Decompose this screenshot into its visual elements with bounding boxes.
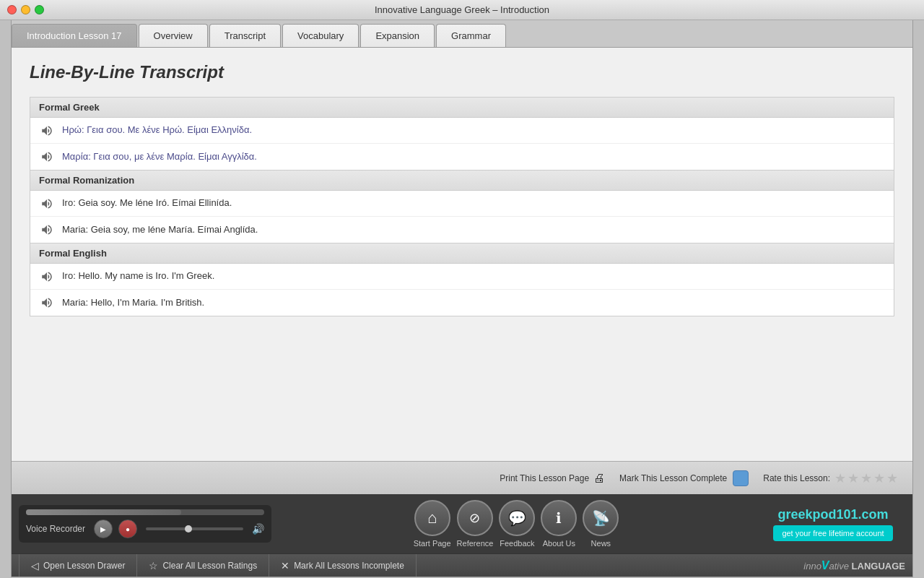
reference-label: Reference [457, 539, 494, 548]
star-icon: ☆ [149, 560, 158, 571]
close-button[interactable] [7, 5, 17, 14]
print-complete-section: Print This Lesson Page 🖨 Mark This Lesso… [500, 470, 898, 486]
feedback-button[interactable]: 💬 Feedback [499, 500, 535, 548]
table-row: Μαρία: Γεια σου, με λένε Μαρία. Είμαι Αγ… [30, 144, 894, 170]
section-header-english: Formal English [30, 243, 894, 264]
start-page-button[interactable]: ⌂ Start Page [414, 500, 451, 548]
recorder-progress-bar [26, 509, 264, 515]
bottom-bar: Print This Lesson Page 🖨 Mark This Lesso… [12, 461, 912, 494]
minimize-button[interactable] [21, 5, 30, 14]
star-2[interactable]: ★ [847, 470, 859, 486]
drawer-icon: ◁ [31, 560, 39, 571]
romanization-row-2: Maria: Geia soy, me léne María. Eímai An… [62, 223, 258, 236]
star-1[interactable]: ★ [834, 470, 846, 486]
section-formal-greek: Formal Greek Ηρώ: Γεια σου. Με λένε Ηρώ.… [30, 97, 894, 171]
news-label: News [591, 539, 611, 548]
reference-button[interactable]: ⊘ Reference [457, 500, 494, 548]
news-icon: 📡 [583, 500, 619, 536]
print-label: Print This Lesson Page [500, 473, 589, 483]
record-button[interactable]: ● [118, 519, 137, 538]
english-row-2: Maria: Hello, I'm Maria. I'm British. [62, 296, 204, 309]
section-formal-english: Formal English Iro: Hello. My name is Ir… [30, 243, 894, 316]
audio-button-1[interactable] [39, 124, 55, 137]
table-row: Maria: Hello, I'm Maria. I'm British. [30, 290, 894, 316]
mark-all-incomplete-button[interactable]: ✕ Mark All Lessons Incomplete [269, 554, 417, 577]
window-controls[interactable] [7, 5, 44, 14]
mark-complete-button[interactable]: Mark This Lesson Complete [619, 470, 749, 486]
feedback-label: Feedback [500, 539, 534, 548]
open-lesson-drawer-button[interactable]: ◁ Open Lesson Drawer [19, 554, 137, 577]
greek-row-2: Μαρία: Γεια σου, με λένε Μαρία. Είμαι Αγ… [62, 150, 257, 163]
tab-introduction-lesson[interactable]: Introduction Lesson 17 [12, 24, 137, 47]
tab-expansion[interactable]: Expansion [360, 24, 435, 47]
section-formal-romanization: Formal Romanization Iro: Geia soy. Me lé… [30, 171, 894, 243]
content-area: Line-By-Line Transcript Formal Greek Ηρώ… [12, 48, 912, 461]
recorder-label: Voice Recorder [26, 524, 85, 534]
tab-transcript[interactable]: Transcript [209, 24, 281, 47]
tab-grammar[interactable]: Grammar [436, 24, 506, 47]
section-header-formal-greek: Formal Greek [30, 98, 894, 118]
clear-ratings-button[interactable]: ☆ Clear All Lesson Ratings [137, 554, 269, 577]
star-4[interactable]: ★ [873, 470, 885, 486]
branding-section: greekpod101.com get your free lifetime a… [761, 507, 905, 541]
section-header-romanization: Formal Romanization [30, 171, 894, 191]
title-bar: Innovative Language Greek – Introduction [0, 0, 924, 20]
main-window: Introduction Lesson 17 Overview Transcri… [11, 20, 913, 577]
about-us-button[interactable]: ℹ About Us [541, 500, 577, 548]
audio-button-6[interactable] [39, 296, 55, 309]
feedback-icon: 💬 [499, 500, 535, 536]
nav-bar: Voice Recorder ▶ ● 🔊 ⌂ Start Page ⊘ Refe… [12, 494, 912, 553]
audio-button-5[interactable] [39, 270, 55, 283]
tab-overview[interactable]: Overview [139, 24, 208, 47]
clear-ratings-label: Clear All Lesson Ratings [162, 561, 257, 571]
maximize-button[interactable] [35, 5, 44, 14]
about-icon: ℹ [541, 500, 577, 536]
center-nav: ⌂ Start Page ⊘ Reference 💬 Feedback ℹ Ab… [271, 500, 761, 548]
voice-recorder: Voice Recorder ▶ ● 🔊 [19, 505, 271, 543]
page-title: Line-By-Line Transcript [30, 62, 894, 82]
recorder-controls: Voice Recorder ▶ ● 🔊 [26, 519, 264, 538]
table-row: Iro: Geia soy. Me léne Iró. Eímai Elliní… [30, 191, 894, 217]
mark-complete-label: Mark This Lesson Complete [619, 473, 727, 483]
english-row-1: Iro: Hello. My name is Iro. I'm Greek. [62, 269, 214, 282]
brand-name: greekpod101.com [777, 507, 888, 522]
status-bar: ◁ Open Lesson Drawer ☆ Clear All Lesson … [12, 553, 912, 577]
x-icon: ✕ [281, 560, 289, 571]
tab-bar: Introduction Lesson 17 Overview Transcri… [12, 20, 912, 48]
tab-vocabulary[interactable]: Vocabulary [282, 24, 359, 47]
complete-checkbox[interactable] [733, 470, 749, 486]
rate-lesson-section: Rate this Lesson: ★ ★ ★ ★ ★ [763, 470, 898, 486]
audio-button-2[interactable] [39, 150, 55, 163]
rate-label: Rate this Lesson: [763, 473, 830, 483]
star-5[interactable]: ★ [886, 470, 898, 486]
start-page-label: Start Page [414, 539, 451, 548]
star-3[interactable]: ★ [860, 470, 872, 486]
brand-text-1: greekpod101.com [777, 507, 888, 522]
table-row: Ηρώ: Γεια σου. Με λένε Ηρώ. Είμαι Ελληνί… [30, 118, 894, 144]
window-title: Innovative Language Greek – Introduction [375, 4, 549, 15]
brand-footer: innoVative LANGUAGE [803, 559, 905, 572]
free-account-button[interactable]: get your free lifetime account [773, 525, 892, 541]
progress-fill [26, 509, 181, 515]
print-lesson-button[interactable]: Print This Lesson Page 🖨 [500, 472, 605, 485]
volume-icon: 🔊 [252, 523, 264, 535]
news-button[interactable]: 📡 News [583, 500, 619, 548]
about-label: About Us [543, 539, 575, 548]
reference-icon: ⊘ [457, 500, 493, 536]
table-row: Iro: Hello. My name is Iro. I'm Greek. [30, 264, 894, 290]
audio-button-4[interactable] [39, 223, 55, 236]
romanization-row-1: Iro: Geia soy. Me léne Iró. Eímai Elliní… [62, 197, 232, 210]
mark-all-label: Mark All Lessons Incomplete [294, 561, 404, 571]
audio-button-3[interactable] [39, 197, 55, 210]
star-rating[interactable]: ★ ★ ★ ★ ★ [834, 470, 898, 486]
volume-slider[interactable] [146, 527, 243, 530]
open-drawer-label: Open Lesson Drawer [43, 561, 125, 571]
play-button[interactable]: ▶ [94, 519, 113, 538]
greek-row-1: Ηρώ: Γεια σου. Με λένε Ηρώ. Είμαι Ελληνί… [62, 124, 252, 137]
volume-handle[interactable] [185, 525, 192, 532]
printer-icon: 🖨 [593, 472, 605, 485]
start-page-icon: ⌂ [414, 500, 450, 536]
table-row: Maria: Geia soy, me léne María. Eímai An… [30, 217, 894, 243]
